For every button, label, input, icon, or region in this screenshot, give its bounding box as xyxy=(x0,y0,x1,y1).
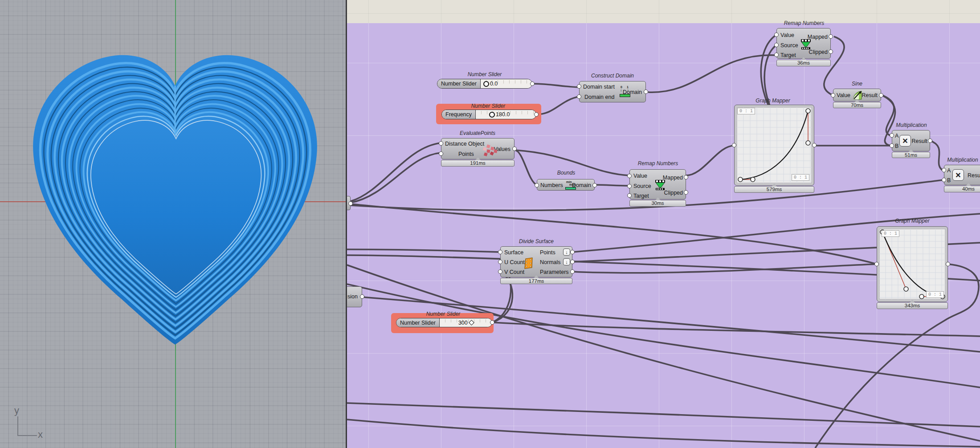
input-connector[interactable] xyxy=(942,168,946,172)
axis-y-label: y xyxy=(14,405,19,416)
slider-grip[interactable]: 300 xyxy=(458,318,474,327)
input-label: Numbers xyxy=(540,182,563,188)
clipped-node[interactable]: sion xyxy=(347,286,362,307)
input-connector[interactable] xyxy=(498,260,502,264)
output-connector[interactable] xyxy=(490,320,494,325)
output-connector[interactable] xyxy=(928,138,932,143)
remap-numbers-node[interactable]: Value Source Target Mapped Clipped xyxy=(629,169,686,200)
graph-mapper-node[interactable]: 0 : 1 0 : 1 xyxy=(734,105,814,186)
output-connector[interactable] xyxy=(644,90,648,94)
input-label: Source xyxy=(780,42,798,49)
graph-mapper-node[interactable]: 0 : 1 0 : 1 xyxy=(877,226,948,302)
input-connector[interactable] xyxy=(535,183,539,187)
input-connector[interactable] xyxy=(627,193,632,198)
remap-numbers-node[interactable]: Value Source Target Mapped Clipped xyxy=(776,28,831,59)
graph-domain-badge: 0 : 1 xyxy=(792,174,809,181)
node-label: Divide Surface xyxy=(519,238,554,244)
output-connector[interactable] xyxy=(592,183,597,187)
input-connector[interactable] xyxy=(627,184,632,188)
normals-flatten-button[interactable]: ↓ xyxy=(563,258,570,265)
slider-grip[interactable]: 180.0 xyxy=(489,110,510,119)
input-connector[interactable] xyxy=(439,141,443,146)
input-connector[interactable] xyxy=(774,43,779,47)
profiler-badge: 579ms xyxy=(734,186,814,193)
output-label: Parameters xyxy=(540,269,569,275)
slider-track[interactable]: 180.0 xyxy=(476,110,536,119)
input-connector[interactable] xyxy=(577,94,581,99)
output-connector[interactable] xyxy=(812,143,817,147)
divide-surface-node[interactable]: Surface U Count V Count Points Normals P… xyxy=(500,246,572,277)
output-connector[interactable] xyxy=(829,34,833,39)
node-label: Number Slider xyxy=(426,311,461,317)
slider-grip[interactable]: 0.0 xyxy=(483,79,498,88)
output-connector[interactable] xyxy=(534,112,539,117)
evaluate-points-icon xyxy=(482,144,498,157)
graph-mapper-plot[interactable] xyxy=(879,229,945,299)
input-connector[interactable] xyxy=(942,178,946,182)
profiler-badge: 177ms xyxy=(500,278,572,284)
output-connector[interactable] xyxy=(684,175,688,179)
slider-track[interactable]: 300 xyxy=(440,318,492,327)
output-connector[interactable] xyxy=(829,49,833,54)
input-connector[interactable] xyxy=(732,143,736,147)
number-slider-node[interactable]: Number Slider 0.0 xyxy=(437,79,532,89)
slider-track[interactable]: 0.0 xyxy=(481,79,532,88)
slider-knob-icon[interactable] xyxy=(489,112,495,118)
profiler-badge: 191ms xyxy=(441,160,514,167)
profiler-badge: 30ms xyxy=(629,200,686,207)
slider-knob-icon[interactable] xyxy=(469,320,474,326)
output-connector[interactable] xyxy=(946,262,950,266)
output-connector[interactable] xyxy=(570,260,575,264)
output-connector[interactable] xyxy=(530,81,535,86)
profiler-badge: 343ms xyxy=(877,302,948,309)
input-connector[interactable] xyxy=(874,262,879,266)
input-label: Value xyxy=(837,92,850,98)
wires-layer xyxy=(347,0,980,448)
input-connector[interactable] xyxy=(577,84,581,89)
multiplication-node[interactable]: A B Result ✕ xyxy=(892,130,930,151)
input-connector[interactable] xyxy=(627,174,632,178)
multiplication-node[interactable]: A B Result ✕ xyxy=(944,165,980,185)
output-connector[interactable] xyxy=(879,93,883,98)
construct-domain-node[interactable]: Domain start Domain end Domain 0 1 ↓ ↓ xyxy=(579,81,646,102)
graph-mapper-plot[interactable] xyxy=(737,107,812,183)
clipped-node[interactable] xyxy=(347,196,351,210)
output-connector[interactable] xyxy=(360,294,364,299)
multiply-icon: ✕ xyxy=(952,169,964,181)
slider-name: Frequency xyxy=(442,110,476,119)
rhino-grasshopper-window: y x xyxy=(0,0,980,448)
input-connector[interactable] xyxy=(498,269,502,274)
evaluatepoints-node[interactable]: Distance Object Points Values xyxy=(441,138,514,159)
frequency-slider-node[interactable]: Frequency 180.0 xyxy=(441,110,536,119)
output-label: Points xyxy=(540,249,555,256)
number-slider-node[interactable]: Number Slider 300 xyxy=(396,318,492,327)
input-connector[interactable] xyxy=(498,250,502,254)
output-connector[interactable] xyxy=(570,269,575,274)
divide-surface-icon xyxy=(524,257,534,269)
output-connector[interactable] xyxy=(348,201,353,206)
slider-knob-icon[interactable] xyxy=(483,81,489,87)
input-connector[interactable] xyxy=(774,53,779,57)
input-connector[interactable] xyxy=(439,151,443,156)
rhino-viewport[interactable]: y x xyxy=(0,0,346,448)
viewport-canvas-divider[interactable] xyxy=(346,0,347,448)
output-connector[interactable] xyxy=(512,147,517,151)
bounds-icon: min max xyxy=(565,180,576,190)
bounds-node[interactable]: Numbers Domain min max xyxy=(537,179,595,191)
input-label: Surface xyxy=(504,249,523,256)
input-connector[interactable] xyxy=(890,143,894,148)
node-label: Construct Domain xyxy=(591,73,634,79)
node-label: Sine xyxy=(852,81,862,87)
heart-model[interactable] xyxy=(16,46,334,352)
points-flatten-button[interactable]: ↓ xyxy=(563,248,570,256)
input-connector[interactable] xyxy=(890,133,894,138)
slider-value: 300 xyxy=(458,320,468,326)
output-connector[interactable] xyxy=(570,250,575,254)
grasshopper-canvas[interactable]: Number Slider Number Slider 0.0 Number S… xyxy=(347,0,980,448)
input-label: A xyxy=(947,167,951,174)
input-connector[interactable] xyxy=(774,33,779,37)
output-connector[interactable] xyxy=(684,190,688,195)
input-connector[interactable] xyxy=(831,93,835,98)
input-label: Value xyxy=(633,173,647,179)
graph-domain-badge: 0 : 1 xyxy=(926,291,944,298)
